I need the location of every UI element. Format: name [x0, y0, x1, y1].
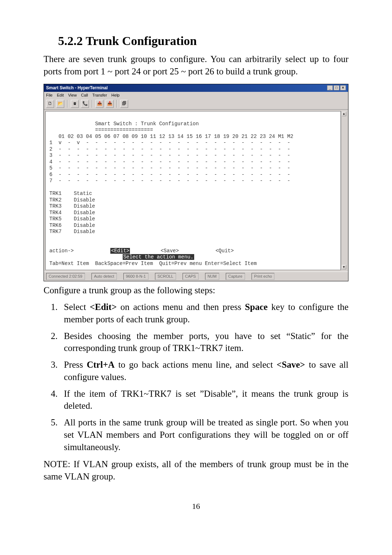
scrollbar[interactable]: ▲ ▼ — [341, 111, 347, 270]
status-bar: Connected 2:02:59 Auto detect 9600 8-N-1… — [44, 272, 348, 281]
status-detect: Auto detect — [91, 273, 117, 280]
status-scroll: SCROLL — [155, 273, 176, 280]
toolbar-properties-icon[interactable]: 🗐 — [120, 100, 128, 108]
menu-help[interactable]: Help — [111, 93, 120, 98]
window-titlebar: Smart Switch - HyperTerminal _ □ × — [44, 84, 348, 91]
step-4: If the item of TRK1~TRK7 is set ”Disable… — [44, 388, 348, 412]
close-icon[interactable]: × — [340, 85, 346, 90]
step-2: Besides choosing the member ports, you h… — [44, 330, 348, 355]
menu-view[interactable]: View — [68, 93, 77, 98]
toolbar-open-icon[interactable]: 📂 — [56, 100, 64, 108]
step-1: Select <Edit> on actions menu and then p… — [44, 301, 348, 326]
menu-edit[interactable]: Edit — [57, 93, 64, 98]
window-title: Smart Switch - HyperTerminal — [46, 85, 108, 91]
status-baud: 9600 8-N-1 — [123, 273, 148, 280]
status-caps: CAPS — [183, 273, 199, 280]
menu-call[interactable]: Call — [81, 93, 88, 98]
toolbar-receive-icon[interactable]: 📥 — [106, 100, 114, 108]
status-printecho: Print echo — [252, 273, 275, 280]
toolbar: 🗋 📂 ☎ 📞 📤 📥 🗐 — [44, 98, 348, 110]
toolbar-hangup-icon[interactable]: 📞 — [81, 100, 89, 108]
status-connected: Connected 2:02:59 — [46, 273, 85, 280]
hyperterminal-screenshot: Smart Switch - HyperTerminal _ □ × File … — [44, 84, 348, 281]
toolbar-new-icon[interactable]: 🗋 — [46, 100, 54, 108]
menu-file[interactable]: File — [46, 93, 53, 98]
scroll-up-icon[interactable]: ▲ — [342, 112, 346, 116]
status-num: NUM — [205, 273, 219, 280]
window-controls: _ □ × — [327, 85, 346, 90]
scroll-down-icon[interactable]: ▼ — [342, 265, 346, 269]
step-3: Press Ctrl+A to go back actions menu lin… — [44, 359, 348, 383]
section-heading: 5.2.2 Trunk Configuration — [58, 33, 348, 49]
step-5: All ports in the same trunk group will b… — [44, 416, 348, 453]
page-number: 16 — [44, 501, 348, 512]
menu-transfer[interactable]: Transfer — [92, 93, 107, 98]
status-capture: Capture — [226, 273, 245, 280]
menu-bar: File Edit View Call Transfer Help — [44, 92, 348, 99]
toolbar-call-icon[interactable]: ☎ — [71, 100, 79, 108]
note-paragraph: NOTE: If VLAN group exists, all of the m… — [44, 458, 348, 483]
terminal-output: Smart Switch : Trunk Configuration =====… — [45, 111, 341, 270]
steps-caption: Configure a trunk group as the following… — [44, 284, 348, 297]
intro-paragraph: There are seven trunk groups to configur… — [44, 53, 348, 78]
maximize-icon[interactable]: □ — [334, 85, 339, 90]
minimize-icon[interactable]: _ — [327, 85, 333, 90]
steps-list: Select <Edit> on actions menu and then p… — [44, 301, 348, 453]
toolbar-send-icon[interactable]: 📤 — [95, 100, 103, 108]
